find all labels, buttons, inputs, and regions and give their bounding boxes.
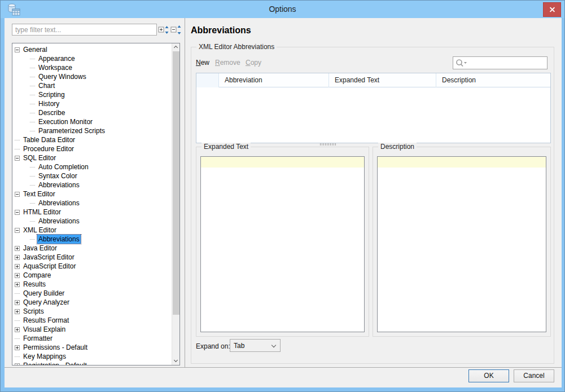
splitter-grip[interactable] bbox=[320, 143, 336, 146]
new-button[interactable]: New bbox=[196, 59, 209, 67]
tree-item-registration-default[interactable]: Registration - Default bbox=[12, 361, 172, 365]
close-icon bbox=[549, 7, 555, 13]
options-tree: GeneralAppearanceWorkspaceQuery WindowsC… bbox=[12, 43, 180, 365]
tree-item-visual-explain[interactable]: Visual Explain bbox=[12, 325, 172, 334]
tree-item-syntax-color[interactable]: Syntax Color bbox=[12, 171, 172, 180]
tree-item-results-format[interactable]: Results Format bbox=[12, 316, 172, 325]
cancel-button[interactable]: Cancel bbox=[514, 369, 554, 382]
tree-item-javascript-editor[interactable]: JavaScript Editor bbox=[12, 253, 172, 262]
tree-item-java-editor[interactable]: Java Editor bbox=[12, 244, 172, 253]
tree-item-label: Scripts bbox=[22, 307, 45, 316]
tree-connector bbox=[30, 221, 35, 222]
copy-button[interactable]: Copy bbox=[246, 59, 261, 67]
tree-item-chart[interactable]: Chart bbox=[12, 81, 172, 90]
scroll-down-icon[interactable] bbox=[172, 357, 180, 365]
expand-icon[interactable] bbox=[15, 363, 20, 365]
tree-item-table-data-editor[interactable]: Table Data Editor bbox=[12, 135, 172, 144]
tree-item-appearance[interactable]: Appearance bbox=[12, 54, 172, 63]
search-dropdown-icon[interactable] bbox=[455, 59, 468, 68]
tree-item-formatter[interactable]: Formatter bbox=[12, 334, 172, 343]
tree-item-label: AquaScript Editor bbox=[22, 262, 77, 271]
tree-item-abbreviations[interactable]: Abbreviations bbox=[12, 235, 172, 244]
expand-icon[interactable] bbox=[15, 309, 20, 314]
tree-item-general[interactable]: General bbox=[12, 45, 172, 54]
expand-all-tree-icon[interactable] bbox=[158, 24, 169, 36]
collapse-icon[interactable] bbox=[15, 210, 20, 215]
tree-connector bbox=[15, 149, 20, 149]
tree-connector bbox=[30, 185, 35, 186]
tree-item-sql-editor[interactable]: SQL Editor bbox=[12, 153, 172, 162]
table-header[interactable]: AbbreviationExpanded TextDescription bbox=[196, 73, 550, 87]
table-body[interactable] bbox=[196, 87, 550, 143]
tree-connector bbox=[30, 86, 35, 86]
tree-item-label: History bbox=[37, 99, 60, 108]
expand-icon[interactable] bbox=[15, 255, 20, 260]
tree-connector bbox=[30, 68, 35, 68]
description-editor[interactable] bbox=[377, 156, 546, 332]
expand-icon[interactable] bbox=[15, 246, 20, 251]
tree-item-auto-completion[interactable]: Auto Completion bbox=[12, 162, 172, 171]
expand-icon[interactable] bbox=[15, 282, 20, 287]
ok-button[interactable]: OK bbox=[468, 369, 509, 382]
tree-item-parameterized-scripts[interactable]: Parameterized Scripts bbox=[12, 126, 172, 135]
collapse-icon[interactable] bbox=[15, 156, 20, 161]
expand-icon[interactable] bbox=[15, 300, 20, 305]
tree-item-workspace[interactable]: Workspace bbox=[12, 63, 172, 72]
scroll-up-icon[interactable] bbox=[172, 43, 180, 51]
tree-item-compare[interactable]: Compare bbox=[12, 271, 172, 280]
abbreviation-search[interactable] bbox=[453, 56, 548, 69]
expand-icon[interactable] bbox=[15, 345, 20, 350]
tree-item-query-builder[interactable]: Query Builder bbox=[12, 289, 172, 298]
tree-connector bbox=[30, 77, 35, 77]
tree-item-xml-editor[interactable]: XML Editor bbox=[12, 226, 172, 235]
close-button[interactable] bbox=[543, 2, 561, 17]
collapse-icon[interactable] bbox=[15, 47, 20, 52]
tree-connector bbox=[30, 239, 35, 240]
abbreviations-table[interactable]: AbbreviationExpanded TextDescription bbox=[196, 73, 551, 143]
search-input[interactable] bbox=[469, 58, 546, 68]
tree-scrollbar[interactable] bbox=[172, 43, 179, 365]
tree-connector bbox=[30, 167, 35, 168]
tree-item-label: Abbreviations bbox=[37, 199, 81, 208]
tree-item-results[interactable]: Results bbox=[12, 280, 172, 289]
tree-item-procedure-editor[interactable]: Procedure Editor bbox=[12, 144, 172, 153]
scrollbar-thumb[interactable] bbox=[173, 51, 179, 315]
tree-item-abbreviations[interactable]: Abbreviations bbox=[12, 199, 172, 208]
tree-item-key-mappings[interactable]: Key Mappings bbox=[12, 352, 172, 361]
column-header-blank[interactable] bbox=[196, 73, 219, 87]
column-header-description[interactable]: Description bbox=[436, 73, 550, 87]
collapse-all-tree-icon[interactable] bbox=[170, 24, 182, 36]
filter-input[interactable] bbox=[12, 24, 157, 36]
expand-icon[interactable] bbox=[15, 327, 20, 332]
tree-item-abbreviations[interactable]: Abbreviations bbox=[12, 217, 172, 226]
column-header-abbreviation[interactable]: Abbreviation bbox=[219, 73, 329, 87]
expanded-text-group-title: Expanded Text bbox=[202, 143, 251, 151]
tree-item-query-analyzer[interactable]: Query Analyzer bbox=[12, 298, 172, 307]
expand-icon[interactable] bbox=[15, 273, 20, 278]
column-header-expanded-text[interactable]: Expanded Text bbox=[329, 73, 436, 87]
tree-item-label: Workspace bbox=[37, 63, 73, 72]
tree-item-scripting[interactable]: Scripting bbox=[12, 90, 172, 99]
tree-item-scripts[interactable]: Scripts bbox=[12, 307, 172, 316]
tree-item-execution-monitor[interactable]: Execution Monitor bbox=[12, 117, 172, 126]
tree-item-text-editor[interactable]: Text Editor bbox=[12, 190, 172, 199]
tree-item-label: JavaScript Editor bbox=[22, 253, 76, 262]
tree-item-aquascript-editor[interactable]: AquaScript Editor bbox=[12, 262, 172, 271]
tree-item-label: Chart bbox=[37, 81, 56, 90]
collapse-icon[interactable] bbox=[15, 228, 20, 233]
collapse-icon[interactable] bbox=[15, 192, 20, 197]
tree-item-permissions-default[interactable]: Permissions - Default bbox=[12, 343, 172, 352]
tree-item-html-editor[interactable]: HTML Editor bbox=[12, 208, 172, 217]
tree-item-describe[interactable]: Describe bbox=[12, 108, 172, 117]
expand-icon[interactable] bbox=[15, 264, 20, 269]
tree-rows: GeneralAppearanceWorkspaceQuery WindowsC… bbox=[12, 43, 172, 365]
expanded-text-editor[interactable] bbox=[200, 156, 365, 332]
expand-on-combobox[interactable]: Tab bbox=[230, 339, 281, 352]
tree-item-query-windows[interactable]: Query Windows bbox=[12, 72, 172, 81]
tree-item-abbreviations[interactable]: Abbreviations bbox=[12, 180, 172, 190]
tree-item-history[interactable]: History bbox=[12, 99, 172, 108]
titlebar[interactable]: Options bbox=[1, 1, 564, 18]
remove-button[interactable]: Remove bbox=[215, 59, 240, 67]
tree-item-label: Permissions - Default bbox=[22, 343, 89, 352]
dialog-content: GeneralAppearanceWorkspaceQuery WindowsC… bbox=[5, 18, 562, 387]
